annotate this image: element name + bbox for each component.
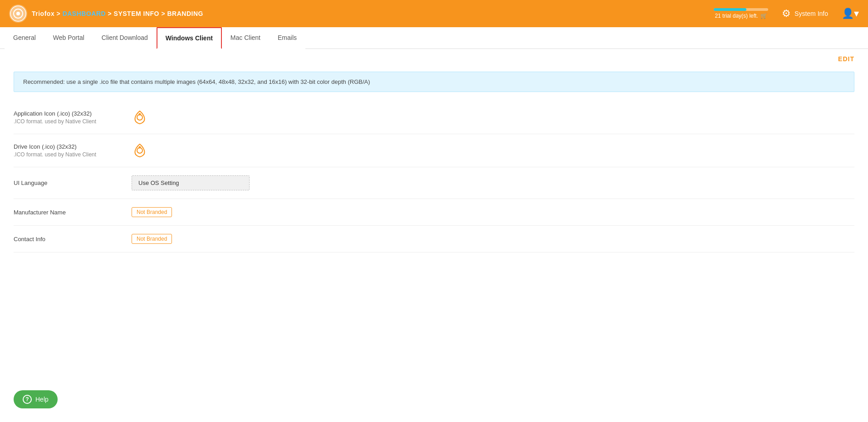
ui-language-row: UI Language Use OS Setting: [14, 167, 854, 199]
manufacturer-name-label: Manufacturer Name: [14, 209, 113, 216]
trial-bar: [714, 8, 746, 11]
trial-days-label: 21 trial day(s) left.: [715, 13, 758, 19]
svg-point-5: [137, 148, 142, 153]
tab-windows-client[interactable]: Windows Client: [157, 27, 222, 49]
edit-button[interactable]: EDIT: [838, 55, 854, 63]
help-label: Help: [35, 396, 49, 403]
drive-icon-row: Drive Icon (.ico) (32x32) .ICO format. u…: [14, 134, 854, 167]
ui-language-label: UI Language: [14, 179, 113, 186]
cart-icon[interactable]: 🛒: [760, 13, 767, 19]
gear-icon: ⚙: [782, 8, 791, 19]
user-icon: 👤▾: [842, 8, 859, 19]
tabs-bar: General Web Portal Client Download Windo…: [0, 27, 868, 49]
drive-icon-value: [132, 142, 854, 159]
app-icon-title: Application Icon (.ico) (32x32): [14, 110, 113, 117]
ui-language-select[interactable]: Use OS Setting: [132, 175, 250, 190]
header: Triofox > DASHBOARD > SYSTEM INFO > BRAN…: [0, 0, 868, 27]
app-icon-label: Application Icon (.ico) (32x32) .ICO for…: [14, 110, 113, 125]
tab-general[interactable]: General: [5, 27, 44, 49]
breadcrumb-dashboard[interactable]: DASHBOARD: [63, 10, 106, 17]
tab-client-download[interactable]: Client Download: [93, 27, 157, 49]
manufacturer-name-badge: Not Branded: [132, 207, 172, 217]
svg-point-6: [139, 146, 141, 149]
breadcrumb: Triofox > DASHBOARD > SYSTEM INFO > BRAN…: [32, 10, 203, 17]
logo: [9, 5, 27, 23]
header-right: 21 trial day(s) left. 🛒 ⚙ System Info 👤▾: [714, 8, 859, 19]
drive-icon-label: Drive Icon (.ico) (32x32) .ICO format. u…: [14, 143, 113, 158]
contact-info-title: Contact Info: [14, 236, 113, 243]
manufacturer-name-row: Manufacturer Name Not Branded: [14, 199, 854, 226]
info-box-text: Recommended: use a single .ico file that…: [23, 78, 370, 85]
tab-emails[interactable]: Emails: [269, 27, 305, 49]
app-icon-image: [132, 109, 148, 126]
settings-section: Application Icon (.ico) (32x32) .ICO for…: [14, 101, 854, 252]
help-button[interactable]: ? Help: [14, 390, 58, 408]
contact-info-row: Contact Info Not Branded: [14, 226, 854, 252]
trial-bar-container: [714, 8, 768, 11]
system-info-button[interactable]: ⚙ System Info: [782, 8, 828, 19]
manufacturer-name-value: Not Branded: [132, 207, 854, 217]
breadcrumb-branding: BRANDING: [167, 10, 203, 17]
content: EDIT Recommended: use a single .ico file…: [0, 49, 868, 266]
manufacturer-name-title: Manufacturer Name: [14, 209, 113, 216]
tab-web-portal[interactable]: Web Portal: [44, 27, 93, 49]
tab-mac-client[interactable]: Mac Client: [222, 27, 269, 49]
trial-text: 21 trial day(s) left. 🛒: [715, 13, 767, 19]
ui-language-value: Use OS Setting: [132, 175, 854, 190]
drive-icon-title: Drive Icon (.ico) (32x32): [14, 143, 113, 150]
contact-info-label: Contact Info: [14, 236, 113, 243]
drive-icon-sublabel: .ICO format. used by Native Client: [14, 151, 113, 158]
svg-point-3: [137, 115, 142, 120]
app-icon-sublabel: .ICO format. used by Native Client: [14, 118, 113, 125]
header-left: Triofox > DASHBOARD > SYSTEM INFO > BRAN…: [9, 5, 203, 23]
contact-info-badge: Not Branded: [132, 234, 172, 244]
ui-language-title: UI Language: [14, 179, 113, 186]
breadcrumb-triofox: Triofox: [32, 10, 54, 17]
breadcrumb-sep2: >: [108, 10, 114, 17]
help-icon: ?: [23, 395, 32, 404]
drive-icon-image: [132, 142, 148, 159]
app-icon-value: [132, 109, 854, 126]
contact-info-value: Not Branded: [132, 234, 854, 244]
system-info-label: System Info: [794, 10, 828, 17]
info-box: Recommended: use a single .ico file that…: [14, 72, 854, 92]
svg-point-2: [16, 12, 20, 15]
user-menu[interactable]: 👤▾: [842, 8, 859, 19]
breadcrumb-sep3: >: [161, 10, 167, 17]
breadcrumb-sep1: >: [57, 10, 63, 17]
app-icon-row: Application Icon (.ico) (32x32) .ICO for…: [14, 101, 854, 134]
svg-point-4: [139, 113, 141, 116]
breadcrumb-system-info: SYSTEM INFO: [114, 10, 159, 17]
trial-info: 21 trial day(s) left. 🛒: [714, 8, 768, 19]
